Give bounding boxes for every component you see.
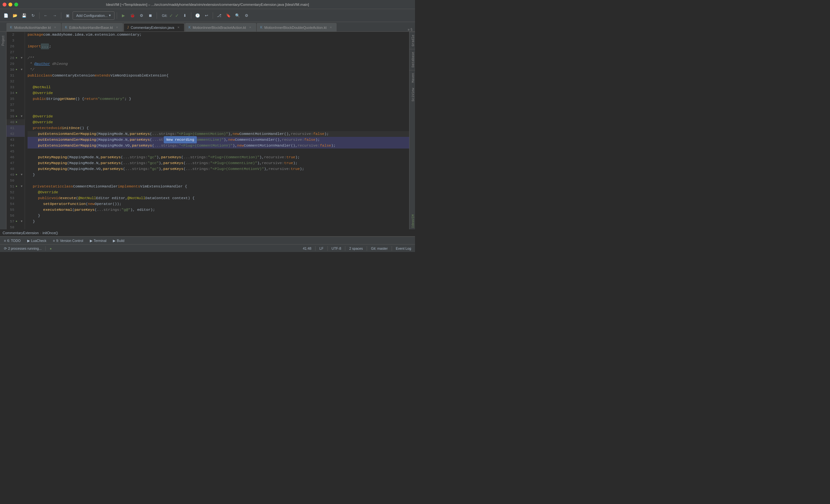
kt-icon4: K	[260, 26, 263, 29]
status-vim[interactable]: ●	[48, 245, 53, 252]
status-git-branch[interactable]: Git: master	[370, 247, 389, 250]
breadcrumb-method[interactable]: initOnce()	[42, 231, 58, 235]
settings-button[interactable]: ⚙	[243, 11, 250, 20]
gradle-panel[interactable]: Gradle	[410, 32, 415, 49]
code-line-50: @Override	[28, 189, 409, 195]
code-line-41: putExtensionHandlerMapping(MappingMode.N…	[28, 137, 409, 143]
separator5	[191, 12, 191, 19]
tab-close-icon[interactable]: ×	[53, 25, 57, 30]
tab-commentary-extension[interactable]: J CommentaryExtension.java ×	[124, 23, 185, 31]
rollback-button[interactable]: ↩	[203, 11, 211, 20]
git-check2-icon[interactable]: ✓	[175, 13, 179, 18]
statusbar: ⟳ 2 processes running... ● 41:48 LF UTF-…	[0, 244, 415, 252]
tab-close3-icon[interactable]: ×	[177, 25, 181, 30]
status-event-log[interactable]: Event Log	[394, 247, 412, 250]
processes-text: 2 processes running...	[8, 247, 41, 250]
tab-motion-inner-block-bracket[interactable]: K MotionInnerBlockBracketAction.kt ×	[185, 23, 256, 31]
tooltip-container: putExtensionHandlerMapping(MappingMode.N…	[28, 137, 409, 143]
git-section: Git: ✓ ✓ ⬇	[162, 11, 189, 20]
open-file-button[interactable]: 📂	[11, 11, 19, 20]
kt-icon: K	[10, 26, 12, 29]
refresh-button[interactable]: ↻	[29, 11, 37, 20]
separator6	[213, 12, 213, 19]
bookmark-button[interactable]: 🔖	[224, 11, 232, 20]
search-button[interactable]: 🔍	[233, 11, 241, 20]
code-line-27	[28, 49, 409, 55]
status-sep2	[315, 246, 316, 251]
bottom-tab-todo[interactable]: ≡ 6: TODO	[3, 237, 22, 244]
code-line-35	[28, 102, 409, 108]
ideavim-indicator[interactable]: IdeaVIM	[410, 213, 415, 229]
position-text: 41:48	[303, 247, 311, 250]
main-layout: Project 2 3 26 27 28●▼ 29 30●▼ 31 32 33 …	[0, 32, 415, 229]
tab-editor-action-handler[interactable]: K EditorActionHandlerBase.kt ×	[62, 23, 123, 31]
sciview-panel[interactable]: SciView	[410, 85, 415, 104]
database-panel[interactable]: Database	[410, 49, 415, 70]
tabs-count[interactable]: ≡ 5	[408, 28, 415, 31]
tab-motion-inner-block-doublequote[interactable]: K MotionInnerBlockDoubleQuoteAction.kt ×	[257, 23, 337, 31]
right-panels: Gradle Database Maven SciView IdeaVIM	[409, 32, 415, 229]
bottom-tab-luacheck[interactable]: ▶ LuaCheck	[26, 237, 47, 244]
maven-panel[interactable]: Maven	[410, 70, 415, 85]
breadcrumb-separator: ›	[40, 231, 41, 235]
status-sep4	[345, 246, 345, 251]
vc-icon: ≡	[53, 239, 55, 243]
breadcrumb-class[interactable]: CommentaryExtension	[3, 231, 39, 235]
code-line-40: putExtensionHandlerMapping(MappingMode.N…	[28, 131, 409, 137]
tab-close2-icon[interactable]: ×	[115, 25, 119, 30]
history-button[interactable]: 🕐	[194, 11, 201, 20]
minimize-button[interactable]	[8, 3, 12, 6]
git-branch-text: Git: master	[371, 247, 387, 250]
debug-button[interactable]: 🐞	[128, 11, 136, 20]
code-line-51: public void execute(@NotNull Editor edit…	[28, 195, 409, 201]
code-line-3	[28, 38, 409, 43]
save-button[interactable]: 💾	[20, 11, 28, 20]
add-configuration-button[interactable]: Add Configuration... ▾	[73, 11, 115, 20]
code-line-29: */	[28, 67, 409, 73]
run-coverage-button[interactable]: ⚙	[137, 11, 145, 20]
tab-label2: EditorActionHandlerBase.kt	[69, 26, 113, 30]
breadcrumb: CommentaryExtension › initOnce()	[0, 229, 415, 237]
status-sep3	[327, 246, 328, 251]
code-line-34: public String getName() { return "commen…	[28, 96, 409, 102]
vim-icon: ●	[50, 247, 52, 250]
back-button[interactable]: ←	[42, 11, 50, 20]
build-label: Build	[117, 239, 124, 243]
tab-label3: CommentaryExtension.java	[131, 26, 174, 30]
git-update-button[interactable]: ⬇	[181, 11, 189, 20]
toolbar: 📄 📂 💾 ↻ ← → ▣ Add Configuration... ▾ ▶ 🐞…	[0, 9, 415, 22]
run-button[interactable]: ▶	[119, 11, 127, 20]
code-line-46: putKeyMapping(MappingMode.VO, parseKeys(…	[28, 166, 409, 172]
close-button[interactable]	[3, 3, 6, 6]
bottom-tab-version-control[interactable]: ≡ 9: Version Control	[52, 237, 85, 244]
indent-text: 2 spaces	[349, 247, 363, 250]
code-line-53: executeNormal(parseKeys( ...strings: "g@…	[28, 207, 409, 213]
tab-close5-icon[interactable]: ×	[328, 25, 333, 30]
code-line-56	[28, 224, 409, 229]
status-processes[interactable]: ⟳ 2 processes running...	[3, 245, 43, 252]
new-file-button[interactable]: 📄	[2, 11, 10, 20]
tab-label5: MotionInnerBlockDoubleQuoteAction.kt	[264, 26, 326, 30]
run-recent-button[interactable]: ▣	[64, 11, 71, 20]
tab-close4-icon[interactable]: ×	[248, 25, 253, 30]
status-lf[interactable]: LF	[318, 247, 324, 250]
traffic-lights	[3, 3, 18, 6]
tab-motion-action-handler[interactable]: K MotionActionHandler.kt ×	[6, 23, 61, 31]
status-indent[interactable]: 2 spaces	[348, 247, 364, 250]
stop-button[interactable]: ⏹	[147, 11, 154, 20]
maximize-button[interactable]	[14, 3, 18, 6]
code-line-30: public class CommentaryExtension extends…	[28, 73, 409, 78]
status-encoding[interactable]: UTF-8	[330, 247, 343, 250]
project-icon[interactable]: Project	[1, 36, 5, 46]
bottom-tab-build[interactable]: ▶ Build	[111, 237, 125, 244]
project-panel: Project	[0, 32, 6, 229]
git-check-icon[interactable]: ✓	[169, 13, 173, 18]
forward-button[interactable]: →	[51, 11, 59, 20]
bottom-tab-terminal[interactable]: ▶ Terminal	[89, 237, 108, 244]
kt-icon2: K	[65, 26, 67, 29]
code-area[interactable]: package com.maddyhome.idea.vim.extension…	[25, 32, 409, 229]
status-position[interactable]: 41:48	[301, 247, 313, 250]
git-tools-button[interactable]: ⎇	[215, 11, 223, 20]
status-sep1	[45, 246, 46, 251]
code-line-54: }	[28, 213, 409, 219]
